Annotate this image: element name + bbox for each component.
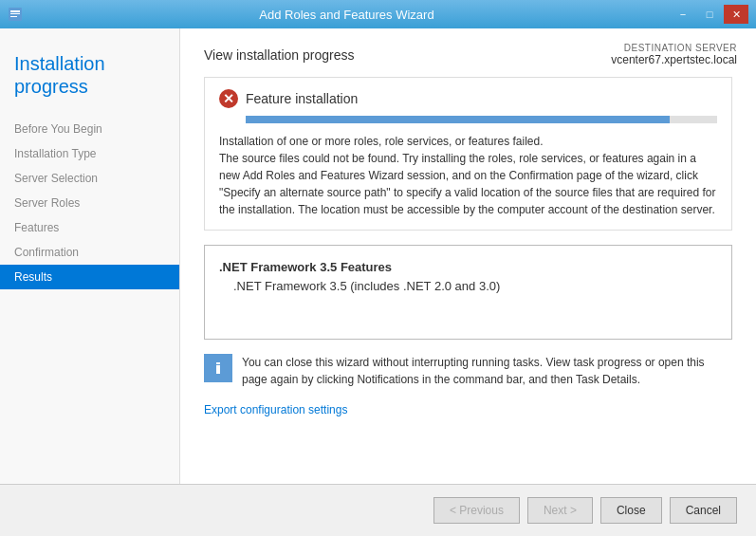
dotnet-title: .NET Framework 3.5 Features <box>219 260 717 274</box>
svg-rect-1 <box>10 10 20 12</box>
feature-header: ✕ Feature installation <box>219 89 717 108</box>
svg-rect-4 <box>216 362 220 364</box>
error-icon: ✕ <box>219 89 238 108</box>
title-bar-text: Add Roles and Features Wizard <box>23 8 671 22</box>
wizard-container: Installation progress Before You Begin I… <box>0 28 756 536</box>
next-button[interactable]: Next > <box>527 497 593 524</box>
sidebar-item-features[interactable]: Features <box>0 215 179 240</box>
sidebar-item-server-roles[interactable]: Server Roles <box>0 191 179 215</box>
wizard-body: Installation progress Before You Begin I… <box>0 28 756 484</box>
minimize-button[interactable]: − <box>671 5 695 24</box>
feature-installation-section: ✕ Feature installation Installation of o… <box>204 77 732 231</box>
title-bar: Add Roles and Features Wizard − □ ✕ <box>0 0 756 28</box>
restore-button[interactable]: □ <box>697 5 722 24</box>
previous-button[interactable]: < Previous <box>433 497 520 524</box>
sidebar-title: Installation progress <box>0 38 179 117</box>
content-panel: DESTINATION SERVER vcenter67.xpertstec.l… <box>180 28 756 484</box>
info-text: You can close this wizard without interr… <box>242 354 732 388</box>
sidebar: Installation progress Before You Begin I… <box>0 28 180 484</box>
close-button[interactable]: Close <box>600 497 662 524</box>
cancel-button[interactable]: Cancel <box>670 497 737 524</box>
sidebar-item-server-selection[interactable]: Server Selection <box>0 166 179 191</box>
window-close-button[interactable]: ✕ <box>724 5 748 24</box>
svg-rect-3 <box>10 16 17 17</box>
info-icon <box>204 354 232 382</box>
destination-server-label: DESTINATION SERVER <box>611 43 737 53</box>
sidebar-item-before-you-begin[interactable]: Before You Begin <box>0 117 179 141</box>
svg-rect-2 <box>10 13 20 14</box>
export-link[interactable]: Export configuration settings <box>204 403 347 416</box>
progress-bar-container <box>246 116 717 123</box>
destination-server: DESTINATION SERVER vcenter67.xpertstec.l… <box>611 43 737 66</box>
error-message: Installation of one or more roles, role … <box>219 133 717 218</box>
sidebar-item-installation-type[interactable]: Installation Type <box>0 141 179 166</box>
dotnet-subtitle: .NET Framework 3.5 (includes .NET 2.0 an… <box>219 279 717 293</box>
sidebar-item-confirmation[interactable]: Confirmation <box>0 240 179 265</box>
info-section: You can close this wizard without interr… <box>204 354 732 388</box>
svg-rect-5 <box>216 365 220 374</box>
wizard-icon <box>8 7 23 22</box>
server-name: vcenter67.xpertstec.local <box>611 53 737 66</box>
feature-title: Feature installation <box>246 91 358 106</box>
progress-bar-fill <box>246 116 670 123</box>
title-bar-controls: − □ ✕ <box>671 5 748 24</box>
bottom-bar: < Previous Next > Close Cancel <box>0 484 756 536</box>
sidebar-item-results[interactable]: Results <box>0 265 179 289</box>
dotnet-framework-box: .NET Framework 3.5 Features .NET Framewo… <box>204 245 732 340</box>
